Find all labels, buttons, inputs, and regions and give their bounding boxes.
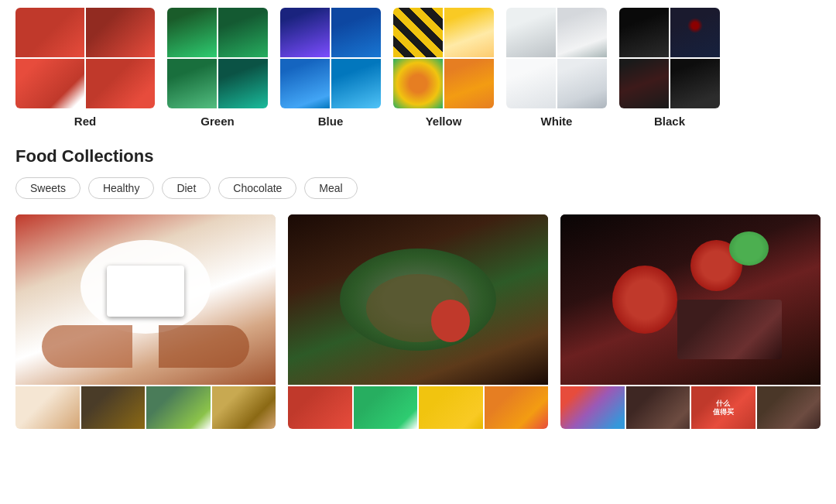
color-grid-black (619, 8, 720, 108)
color-cell (506, 59, 556, 108)
food-card-3[interactable]: 什么值得买 (560, 214, 821, 429)
color-cell (86, 59, 155, 108)
color-item-black[interactable]: Black (619, 8, 720, 128)
food-main-image-3 (560, 214, 821, 385)
color-cell (393, 59, 443, 108)
food-thumb (15, 386, 80, 429)
color-label-red: Red (74, 115, 96, 128)
color-item-white[interactable]: White (506, 8, 607, 128)
food-collections-title: Food Collections (15, 146, 821, 166)
color-label-black: Black (654, 115, 685, 128)
food-thumb (560, 386, 625, 429)
color-cell (280, 59, 330, 108)
color-collections: Red Green Blue (15, 8, 821, 128)
food-thumb (81, 386, 146, 429)
color-cell (619, 59, 669, 108)
color-grid-blue (280, 8, 381, 108)
food-card-2[interactable] (288, 214, 548, 429)
color-cell (331, 59, 381, 108)
food-grid: 什么值得买 (15, 214, 821, 429)
food-thumb (288, 386, 352, 429)
food-thumbs-3: 什么值得买 (560, 386, 821, 429)
color-cell (167, 8, 217, 57)
food-main-image-2 (288, 214, 548, 385)
color-grid-white (506, 8, 607, 108)
color-label-blue: Blue (318, 115, 344, 128)
color-cell (280, 8, 330, 57)
food-thumb (757, 386, 821, 429)
color-cell (506, 8, 556, 57)
filter-tags: Sweets Healthy Diet Chocolate Meal (15, 177, 821, 199)
food-thumbs-1 (15, 386, 276, 429)
color-cell (331, 8, 381, 57)
food-collections-section: Food Collections Sweets Healthy Diet Cho… (15, 146, 821, 429)
color-cell (167, 59, 217, 108)
color-cell (670, 59, 720, 108)
color-cell (619, 8, 669, 57)
food-thumbs-2 (288, 386, 548, 429)
color-cell (86, 8, 155, 57)
color-cell (557, 59, 607, 108)
color-label-yellow: Yellow (426, 115, 462, 128)
color-grid-red (15, 8, 155, 108)
color-item-green[interactable]: Green (167, 8, 268, 128)
color-cell (444, 8, 494, 57)
food-thumb (419, 386, 483, 429)
food-thumb (485, 386, 549, 429)
color-cell (15, 59, 84, 108)
color-item-yellow[interactable]: Yellow (393, 8, 494, 128)
tag-meal[interactable]: Meal (304, 177, 357, 199)
color-cell (15, 8, 84, 57)
color-label-green: Green (200, 115, 234, 128)
color-item-blue[interactable]: Blue (280, 8, 381, 128)
food-card-1[interactable] (15, 214, 276, 429)
tag-healthy[interactable]: Healthy (88, 177, 154, 199)
food-thumb: 什么值得买 (691, 386, 755, 429)
color-grid-yellow (393, 8, 494, 108)
color-item-red[interactable]: Red (15, 8, 155, 128)
food-thumb (626, 386, 690, 429)
color-cell (218, 59, 268, 108)
color-cell (670, 8, 720, 57)
tag-sweets[interactable]: Sweets (15, 177, 81, 199)
food-main-image-1 (15, 214, 276, 385)
tag-chocolate[interactable]: Chocolate (218, 177, 296, 199)
color-grid-green (167, 8, 268, 108)
color-cell (557, 8, 607, 57)
color-label-white: White (541, 115, 573, 128)
tag-diet[interactable]: Diet (162, 177, 211, 199)
food-thumb (146, 386, 211, 429)
color-cell (218, 8, 268, 57)
food-thumb (212, 386, 276, 429)
food-thumb (354, 386, 418, 429)
color-cell (444, 59, 494, 108)
color-cell (393, 8, 443, 57)
